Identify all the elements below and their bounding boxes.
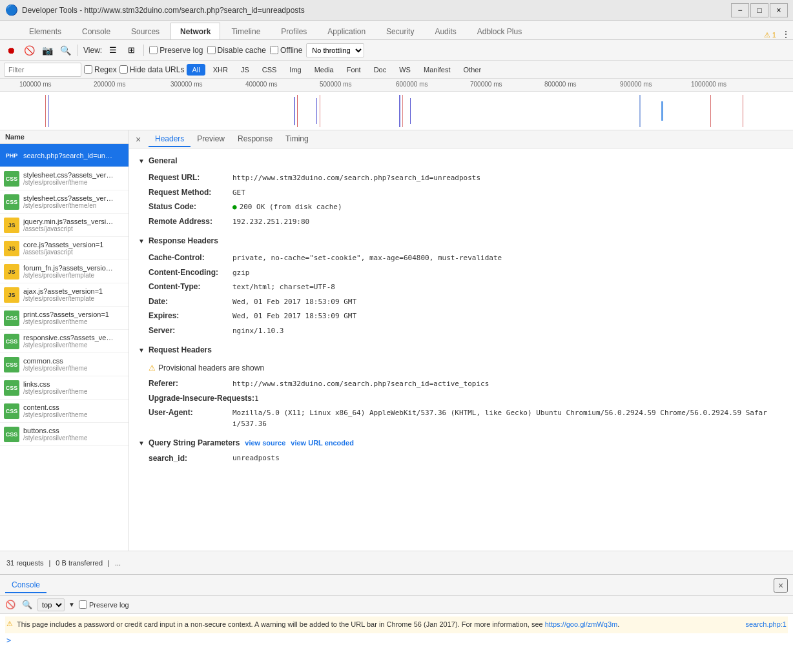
title-bar-controls[interactable]: − □ × xyxy=(731,3,788,17)
console-tab-console[interactable]: Console xyxy=(5,578,46,593)
status-more[interactable]: ... xyxy=(115,559,121,567)
tab-security[interactable]: Security xyxy=(376,23,424,39)
details-close-button[interactable]: × xyxy=(133,134,143,145)
file-icon-php: PHP xyxy=(4,148,19,163)
filter-manifest-button[interactable]: Manifest xyxy=(418,64,456,76)
hide-data-checkbox[interactable]: Hide data URLs xyxy=(119,65,185,74)
close-button[interactable]: × xyxy=(770,3,788,17)
preserve-log-checkbox[interactable]: Preserve log xyxy=(149,46,203,55)
file-item-js2[interactable]: JS core.js?assets_version=1 /assets/java… xyxy=(0,237,129,260)
file-item-css5[interactable]: CSS common.css /styles/prosilver/theme xyxy=(0,353,129,376)
tab-console[interactable]: Console xyxy=(72,23,120,39)
query-params-section-header[interactable]: ▼ Query String Parameters view source vi… xyxy=(136,434,787,451)
file-item-css4[interactable]: CSS responsive.css?assets_versio... /sty… xyxy=(0,330,129,353)
tab-profiles[interactable]: Profiles xyxy=(271,23,316,39)
view-grid-button[interactable]: ⊞ xyxy=(124,43,138,57)
file-item-main[interactable]: PHP search.php?search_id=unread... xyxy=(0,144,129,167)
filter-ws-button[interactable]: WS xyxy=(394,64,416,76)
filter-css-button[interactable]: CSS xyxy=(257,64,282,76)
camera-button[interactable]: 📷 xyxy=(40,43,54,57)
tab-adblock[interactable]: Adblock Plus xyxy=(468,23,531,39)
console-filter-button[interactable]: 🔍 xyxy=(21,598,34,611)
tab-audits[interactable]: Audits xyxy=(425,23,466,39)
throttling-select[interactable]: No throttling Fast 3G Slow 3G Offline Cu… xyxy=(306,43,364,57)
filter-button[interactable]: 🔍 xyxy=(58,43,72,57)
file-name-css3: print.css?assets_version=1 xyxy=(23,311,109,318)
filter-media-button[interactable]: Media xyxy=(309,64,339,76)
disable-cache-input[interactable] xyxy=(207,46,216,54)
file-item-js3[interactable]: JS forum_fn.js?assets_version=1... /styl… xyxy=(0,260,129,283)
disable-cache-checkbox[interactable]: Disable cache xyxy=(207,46,266,55)
console-preserve-log-checkbox[interactable]: Preserve log xyxy=(79,600,129,609)
file-subtext-css1: /styles/prosilver/theme xyxy=(23,179,114,186)
user-agent-val: Mozilla/5.0 (X11; Linux x86_64) AppleWeb… xyxy=(232,408,774,429)
minimize-button[interactable]: − xyxy=(731,3,749,17)
request-headers-section-header[interactable]: ▼ Request Headers xyxy=(136,341,787,358)
status-bar: 31 requests | 0 B transferred | ... xyxy=(0,551,793,574)
toolbar-separator-1 xyxy=(77,45,78,56)
hide-data-input[interactable] xyxy=(119,65,128,74)
general-section-header[interactable]: ▼ General xyxy=(136,152,787,169)
offline-label: Offline xyxy=(280,46,302,55)
filter-img-button[interactable]: Img xyxy=(284,64,306,76)
file-item-css1[interactable]: CSS stylesheet.css?assets_version... /st… xyxy=(0,167,129,190)
file-item-js4[interactable]: JS ajax.js?assets_version=1 /styles/pros… xyxy=(0,283,129,307)
file-item-css7[interactable]: CSS content.css /styles/prosilver/theme xyxy=(0,400,129,423)
details-content: ▼ General Request URL: http://www.stm32d… xyxy=(129,148,793,472)
console-preserve-log-input[interactable] xyxy=(79,600,87,609)
preserve-log-input[interactable] xyxy=(149,46,158,54)
referer-row: Referer: http://www.stm32duino.com/searc… xyxy=(149,376,774,391)
offline-input[interactable] xyxy=(270,46,278,54)
view-source-link[interactable]: view source xyxy=(245,439,285,447)
file-icon-js3: JS xyxy=(4,264,19,280)
file-icon-js2: JS xyxy=(4,241,19,256)
filter-xhr-button[interactable]: XHR xyxy=(208,64,233,76)
console-warn-source[interactable]: search.php:1 xyxy=(745,619,787,630)
file-icon-css5: CSS xyxy=(4,357,19,372)
console-close-button[interactable]: × xyxy=(774,578,788,593)
details-tab-response[interactable]: Response xyxy=(231,132,279,147)
cache-control-row: Cache-Control: private, no-cache="set-co… xyxy=(149,250,774,265)
tab-sources[interactable]: Sources xyxy=(121,23,169,39)
tick-5: 500000 ms xyxy=(320,81,351,88)
tab-application[interactable]: Application xyxy=(318,23,375,39)
filter-other-button[interactable]: Other xyxy=(458,64,487,76)
maximize-button[interactable]: □ xyxy=(750,3,768,17)
filter-all-button[interactable]: All xyxy=(187,64,205,76)
tick-8: 800000 ms xyxy=(544,81,576,88)
file-item-js1[interactable]: JS jquery.min.js?assets_version=... /ass… xyxy=(0,214,129,237)
filter-doc-button[interactable]: Doc xyxy=(369,64,392,76)
tab-network[interactable]: Network xyxy=(170,23,220,39)
console-input[interactable] xyxy=(15,636,787,645)
console-warn-link[interactable]: https://goo.gl/zmWq3m xyxy=(545,620,618,628)
filter-input[interactable] xyxy=(4,63,81,77)
regex-input[interactable] xyxy=(84,65,92,74)
file-item-css6[interactable]: CSS links.css /styles/prosilver/theme xyxy=(0,376,129,400)
filter-font-button[interactable]: Font xyxy=(342,64,366,76)
record-button[interactable]: ⏺ xyxy=(4,43,18,57)
details-tab-headers[interactable]: Headers xyxy=(149,132,191,147)
details-tab-timing[interactable]: Timing xyxy=(279,132,315,147)
response-headers-section-header[interactable]: ▼ Response Headers xyxy=(136,232,787,249)
view-url-encoded-link[interactable]: view URL encoded xyxy=(291,439,354,447)
view-list-button[interactable]: ☰ xyxy=(106,43,120,57)
hide-data-label: Hide data URLs xyxy=(130,65,185,74)
file-item-css3[interactable]: CSS print.css?assets_version=1 /styles/p… xyxy=(0,307,129,330)
details-tab-preview[interactable]: Preview xyxy=(191,132,231,147)
filter-js-button[interactable]: JS xyxy=(236,64,254,76)
expires-key: Expires: xyxy=(149,310,232,321)
warning-badge: ⚠ 1 xyxy=(761,31,779,39)
clear-button[interactable]: 🚫 xyxy=(22,43,36,57)
file-item-css2[interactable]: CSS stylesheet.css?assets_version... /st… xyxy=(0,190,129,214)
offline-checkbox[interactable]: Offline xyxy=(270,46,302,55)
console-context-select[interactable]: top xyxy=(37,598,65,611)
file-subtext-js4: /styles/prosilver/template xyxy=(23,295,103,302)
file-item-css8[interactable]: CSS buttons.css /styles/prosilver/theme xyxy=(0,423,129,446)
file-subtext-js2: /assets/javascript xyxy=(23,249,103,256)
more-options-icon[interactable]: ⋮ xyxy=(779,29,793,39)
regex-checkbox[interactable]: Regex xyxy=(84,65,117,74)
tab-timeline[interactable]: Timeline xyxy=(221,23,270,39)
console-level-arrow[interactable]: ▼ xyxy=(68,601,75,608)
tab-elements[interactable]: Elements xyxy=(19,23,71,39)
console-clear-button[interactable]: 🚫 xyxy=(4,598,17,611)
